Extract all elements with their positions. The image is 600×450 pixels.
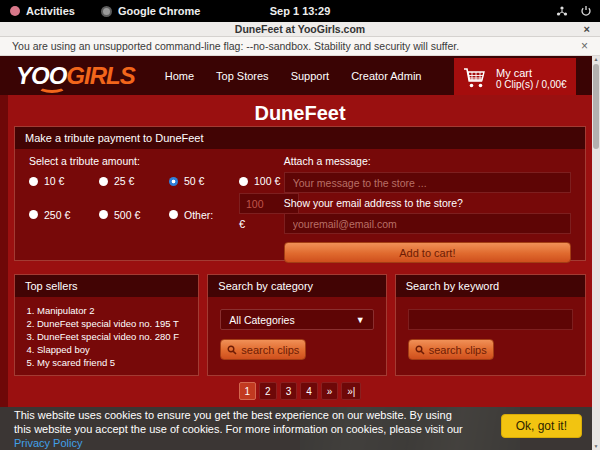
scrollbar-thumb[interactable] [593, 64, 599, 149]
message-label: Attach a message: [284, 155, 571, 167]
amount-option-25[interactable]: 25 € [99, 175, 169, 187]
cookie-accept-button[interactable]: Ok, got it! [501, 414, 582, 438]
radio-icon[interactable] [99, 177, 108, 186]
cookie-text: This website uses cookies to ensure you … [14, 408, 466, 450]
my-cart-button[interactable]: My cart 0 Clip(s) / 0,00€ [454, 58, 576, 98]
tribute-panel-header: Make a tribute payment to DuneFeet [15, 127, 585, 149]
scroll-down-icon[interactable]: ▼ [594, 443, 599, 450]
radio-icon[interactable] [169, 177, 178, 186]
app-menu-button[interactable]: Google Chrome [101, 5, 201, 17]
power-icon[interactable] [580, 5, 592, 17]
search-keyword-header: Search by keyword [396, 275, 585, 297]
search-category-header: Search by category [208, 275, 385, 297]
activities-label: Activities [26, 5, 75, 17]
site-logo[interactable]: YOOGIRLS [16, 64, 135, 88]
page-background: DuneFeet Make a tribute payment to DuneF… [0, 95, 600, 407]
nav-support[interactable]: Support [291, 70, 330, 82]
amount-option-label: 25 € [114, 175, 134, 187]
page-button-last[interactable]: »| [341, 382, 361, 400]
search-category-panel: Search by category All Categories ▼ sear… [207, 274, 386, 376]
app-menu-label: Google Chrome [118, 5, 201, 17]
list-item[interactable]: Slapped boy [37, 343, 192, 356]
screen: Activities Google Chrome Sep 1 13:29 Dun… [0, 0, 600, 450]
list-item[interactable]: My scared friend 5 [37, 356, 192, 369]
search-clips-category-button[interactable]: search clips [220, 339, 306, 360]
search-icon [415, 345, 425, 355]
amount-option-label: 10 € [44, 175, 64, 187]
amount-option-other[interactable]: Other: [169, 199, 239, 230]
nav-home[interactable]: Home [165, 70, 194, 82]
page-button-4[interactable]: 4 [300, 382, 318, 400]
amount-option-250[interactable]: 250 € [29, 199, 99, 230]
warning-close-button[interactable]: × [581, 39, 588, 53]
window-title: DuneFeet at YooGirls.com [235, 23, 365, 35]
category-select[interactable]: All Categories ▼ [220, 309, 373, 330]
amount-option-10[interactable]: 10 € [29, 175, 99, 187]
search-keyword-panel: Search by keyword search clips [395, 274, 586, 376]
network-icon[interactable] [556, 5, 568, 17]
page-button-2[interactable]: 2 [259, 382, 277, 400]
list-item[interactable]: Manipulator 2 [37, 304, 192, 317]
scrollbar[interactable]: ▲ ▼ [592, 56, 600, 450]
page-button-3[interactable]: 3 [280, 382, 298, 400]
clock[interactable]: Sep 1 13:29 [270, 5, 331, 17]
search-clips-keyword-button[interactable]: search clips [408, 339, 494, 360]
main-nav: Home Top Stores Support Creator Admin [165, 70, 422, 82]
amount-option-50[interactable]: 50 € [169, 175, 239, 187]
window-close-button[interactable]: × [584, 22, 590, 37]
page-button-1[interactable]: 1 [239, 382, 257, 400]
radio-icon[interactable] [29, 210, 38, 219]
list-item[interactable]: DuneFeet special video no. 280 F [37, 330, 192, 343]
list-item[interactable]: DuneFeet special video no. 195 T [37, 317, 192, 330]
message-input[interactable] [284, 172, 571, 193]
window-title-bar: DuneFeet at YooGirls.com × [0, 22, 600, 37]
tribute-message-column: Attach a message: Show your email addres… [284, 155, 571, 263]
site-header: YOOGIRLS Home Top Stores Support Creator… [0, 56, 600, 95]
chevron-down-icon: ▼ [356, 315, 365, 325]
page-title: DuneFeet [8, 95, 592, 125]
category-selected-value: All Categories [229, 314, 294, 326]
page-button-next[interactable]: » [321, 382, 339, 400]
cart-status: 0 Clip(s) / 0,00€ [496, 79, 567, 90]
amount-option-label: 100 € [254, 175, 280, 187]
bottom-panels: Top sellers Manipulator 2 DuneFeet speci… [14, 274, 586, 366]
top-sellers-header: Top sellers [15, 275, 198, 297]
tribute-panel: Make a tribute payment to DuneFeet Selec… [14, 126, 586, 261]
search-icon [227, 345, 237, 355]
keyword-input[interactable] [408, 309, 573, 330]
chrome-warning-bar: You are using an unsupported command-lin… [0, 37, 600, 56]
radio-icon[interactable] [29, 177, 38, 186]
search-clips-label: search clips [241, 344, 299, 356]
activities-icon [10, 6, 20, 16]
radio-icon[interactable] [99, 210, 108, 219]
search-clips-label: search clips [429, 344, 487, 356]
nav-creator-admin[interactable]: Creator Admin [351, 70, 421, 82]
scroll-up-icon[interactable]: ▲ [594, 56, 599, 63]
top-sellers-panel: Top sellers Manipulator 2 DuneFeet speci… [14, 274, 199, 376]
amount-option-label: Other: [184, 209, 213, 221]
radio-icon[interactable] [239, 177, 248, 186]
tribute-amount-column: Select a tribute amount: 10 € 25 € [29, 155, 284, 263]
radio-icon[interactable] [169, 210, 178, 219]
privacy-policy-link[interactable]: Privacy Policy [14, 437, 82, 449]
cart-icon [462, 65, 488, 91]
nav-top-stores[interactable]: Top Stores [216, 70, 269, 82]
email-input[interactable] [284, 213, 571, 234]
amount-label: Select a tribute amount: [29, 155, 284, 167]
amount-options: 10 € 25 € 50 € [29, 175, 284, 230]
amount-option-label: 500 € [114, 209, 140, 221]
warning-text: You are using an unsupported command-lin… [12, 40, 459, 52]
cookie-banner: This website uses cookies to ensure you … [0, 407, 600, 450]
chrome-icon [101, 6, 112, 17]
logo-part2: GIRLS [66, 62, 134, 89]
amount-option-label: 50 € [184, 175, 204, 187]
amount-option-500[interactable]: 500 € [99, 199, 169, 230]
activities-button[interactable]: Activities [0, 5, 75, 17]
cookie-text-body: This website uses cookies to ensure you … [14, 409, 463, 435]
page-content: DuneFeet Make a tribute payment to DuneF… [8, 95, 592, 407]
cart-title: My cart [496, 67, 567, 79]
pagination: 1 2 3 4 » »| [8, 382, 592, 400]
add-to-cart-button[interactable]: Add to cart! [284, 242, 571, 263]
top-sellers-list: Manipulator 2 DuneFeet special video no.… [15, 297, 198, 375]
email-label: Show your email address to the store? [284, 197, 571, 209]
